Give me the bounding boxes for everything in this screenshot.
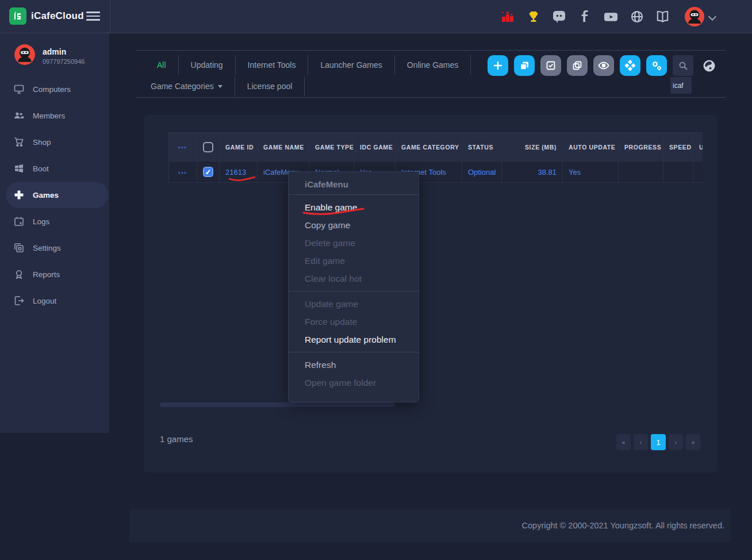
tab-license-pool[interactable]: License pool xyxy=(235,76,305,96)
pagination: « ‹ 1 › » xyxy=(616,434,700,450)
tabs-row-2: Game Categories License pool xyxy=(136,76,305,96)
search-icon xyxy=(678,61,688,71)
col-auto-update: AUTO UPDATE xyxy=(563,133,619,162)
medal-icon xyxy=(14,269,24,279)
sidebar-item-shop[interactable]: Shop xyxy=(0,129,109,155)
table-row[interactable]: 21613 iCafeMenu Normal Yes Internet Tool… xyxy=(169,162,703,183)
user-menu[interactable] xyxy=(684,6,715,29)
members-icon xyxy=(14,110,24,121)
tab-all[interactable]: All xyxy=(136,55,179,75)
user-name: admin xyxy=(43,47,85,56)
checkbox-unchecked-icon[interactable] xyxy=(203,142,213,152)
menu-item-force-update: Force update xyxy=(289,313,419,331)
topbar-divider xyxy=(110,0,110,33)
check-square-icon xyxy=(546,60,556,71)
tab-online-games[interactable]: Online Games xyxy=(395,55,471,75)
avatar xyxy=(14,44,36,68)
book-icon[interactable] xyxy=(655,9,670,24)
menu-item-report-update-problem[interactable]: Report update problem xyxy=(289,331,419,348)
sidebar-item-reports[interactable]: Reports xyxy=(0,261,109,287)
chevron-down-icon xyxy=(708,13,716,21)
sidebar-user[interactable]: admin 097797250946 xyxy=(0,33,109,68)
col-status: STATUS xyxy=(462,133,502,162)
tab-game-categories[interactable]: Game Categories xyxy=(136,76,235,96)
select-all-button[interactable] xyxy=(540,55,561,76)
row-checkbox-cell[interactable] xyxy=(197,162,220,183)
cell-progress xyxy=(619,162,663,183)
sidebar-item-computers[interactable]: Computers xyxy=(0,76,109,102)
youtube-icon[interactable] xyxy=(604,9,618,24)
view-button[interactable] xyxy=(593,55,614,76)
col-game-name: GAME NAME xyxy=(258,133,309,162)
categories-button[interactable] xyxy=(620,55,640,76)
language-globe-icon[interactable] xyxy=(703,60,715,74)
copy-games-button[interactable] xyxy=(514,55,535,76)
header-actions-cell[interactable] xyxy=(169,133,197,162)
cell-game-id[interactable]: 21613 xyxy=(220,162,258,183)
avatar xyxy=(684,6,705,29)
checkbox-checked-icon[interactable] xyxy=(203,167,213,177)
copy-filled-icon xyxy=(519,60,530,71)
cell-clipped xyxy=(693,162,703,183)
menu-item-edit-game: Edit game xyxy=(289,252,419,270)
eye-icon xyxy=(598,60,609,71)
brand[interactable]: iCafeCloud xyxy=(9,7,84,25)
menu-item-copy-game[interactable]: Copy game xyxy=(289,216,419,234)
hamburger-menu-icon[interactable] xyxy=(86,11,100,22)
copyright-text: Copyright © 2000-2021 Youngzsoft. All ri… xyxy=(522,521,724,530)
sidebar-item-settings[interactable]: Settings xyxy=(0,235,109,261)
windows-icon xyxy=(14,163,24,174)
sidebar-item-members[interactable]: Members xyxy=(0,102,109,129)
sidebar-item-logs[interactable]: Logs xyxy=(0,208,109,235)
table-header-row: GAME ID GAME NAME GAME TYPE IDC GAME GAM… xyxy=(169,133,703,162)
ellipsis-icon xyxy=(178,144,187,151)
tabs-row-1: All Updating Internet Tools Launcher Gam… xyxy=(136,55,471,75)
menu-item-refresh[interactable]: Refresh xyxy=(289,356,419,374)
games-toolbar xyxy=(488,55,693,76)
row-actions-cell[interactable] xyxy=(169,162,197,183)
sidebar-item-logout[interactable]: Logout xyxy=(0,287,109,314)
menu-item-clear-local-hot: Clear local hot xyxy=(289,270,419,287)
page-next-button[interactable]: › xyxy=(669,434,683,450)
tab-updating[interactable]: Updating xyxy=(179,55,236,75)
duplicate-button[interactable] xyxy=(567,55,588,76)
add-game-button[interactable] xyxy=(488,55,508,76)
search-input[interactable] xyxy=(670,77,692,94)
horizontal-scrollbar-thumb[interactable] xyxy=(160,402,395,407)
tab-launcher-games[interactable]: Launcher Games xyxy=(308,55,394,75)
app-window: iCafeCloud xyxy=(0,0,752,560)
sidebar-item-games[interactable]: Games xyxy=(6,182,108,208)
user-id: 097797250946 xyxy=(43,58,85,65)
footer: Copyright © 2000-2021 Youngzsoft. All ri… xyxy=(129,509,730,542)
sidebar-item-boot[interactable]: Boot xyxy=(0,155,109,182)
copy-outline-icon xyxy=(572,60,582,71)
cell-status: Optional xyxy=(462,162,502,183)
discord-icon[interactable] xyxy=(552,9,566,24)
games-count: 1 games xyxy=(160,434,193,444)
menu-item-delete-game: Delete game xyxy=(289,234,419,252)
gamepad-icon xyxy=(14,190,24,200)
menu-item-enable-game[interactable]: Enable game xyxy=(289,198,419,216)
col-idc-game: IDC GAME xyxy=(354,133,396,162)
ellipsis-icon xyxy=(178,168,187,177)
layers-icon xyxy=(14,243,24,253)
trophy-icon[interactable] xyxy=(526,9,540,24)
page-prev-button[interactable]: ‹ xyxy=(634,434,648,450)
header-checkbox-cell[interactable] xyxy=(197,133,220,162)
plus-icon xyxy=(493,60,503,71)
gears-icon xyxy=(651,60,662,71)
context-menu: iCafeMenu Enable game Copy game Delete g… xyxy=(288,171,419,402)
page-first-button[interactable]: « xyxy=(616,434,631,450)
globe-icon[interactable] xyxy=(630,9,644,24)
topbar-links xyxy=(500,9,670,24)
ranking-icon[interactable] xyxy=(500,9,515,24)
page-1-button[interactable]: 1 xyxy=(651,434,666,450)
page-last-button[interactable]: » xyxy=(686,434,700,450)
search-button[interactable] xyxy=(673,55,693,76)
col-speed: SPEED xyxy=(663,133,693,162)
facebook-icon[interactable] xyxy=(578,9,592,24)
tab-internet-tools[interactable]: Internet Tools xyxy=(236,55,309,75)
logout-icon xyxy=(14,296,24,306)
settings-button[interactable] xyxy=(646,55,667,76)
col-game-category: GAME CATEGORY xyxy=(396,133,462,162)
